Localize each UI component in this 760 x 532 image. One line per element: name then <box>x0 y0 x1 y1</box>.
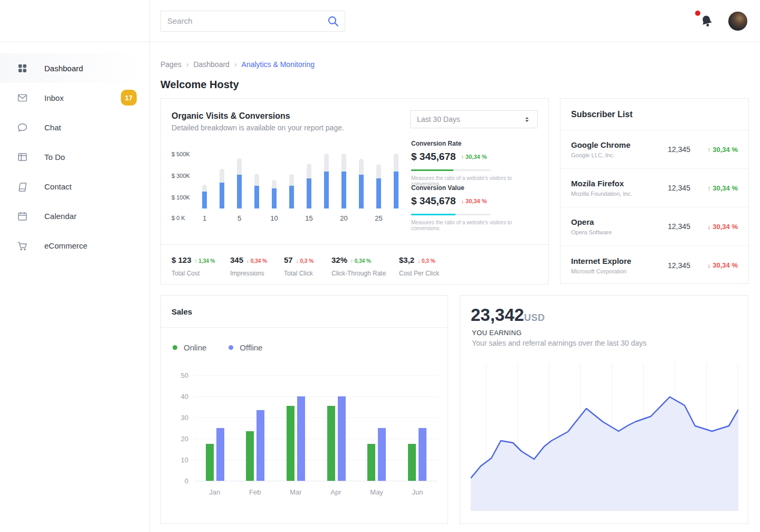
sales-x-tick: Feb <box>249 488 261 496</box>
calendar-icon <box>17 211 28 222</box>
sidebar-menu: DashboardInbox17ChatTo DoContactCalendar… <box>0 42 149 260</box>
breadcrumb-pages[interactable]: Pages <box>160 60 182 69</box>
conversion-value-label: Conversion Value <box>411 184 539 192</box>
organic-bar-fill <box>254 186 259 208</box>
book-icon <box>17 181 28 192</box>
sidebar-item-ecommerce[interactable]: eCommerce <box>0 231 149 260</box>
notification-bell-icon[interactable] <box>700 14 714 28</box>
inbox-badge: 17 <box>121 90 137 106</box>
sales-x-tick: May <box>370 488 383 496</box>
sales-baseline <box>195 481 438 481</box>
sales-y-tick: 30 <box>172 414 188 422</box>
date-range-select[interactable]: Last 30 Days <box>410 110 538 128</box>
sidebar-item-chat[interactable]: Chat <box>0 112 149 142</box>
organic-bar <box>237 158 242 208</box>
sales-bar-online <box>327 406 335 481</box>
subscriber-row[interactable]: OperaOpera Software12,345↓ 30,34 % <box>560 207 748 246</box>
sidebar-item-contact[interactable]: Contact <box>0 172 149 201</box>
breadcrumb-separator: › <box>234 60 237 69</box>
subscriber-info: OperaOpera Software <box>571 217 668 235</box>
subscriber-company: Mozilla Foundation, Inc. <box>571 191 668 197</box>
organic-plot <box>196 154 405 208</box>
stat-label: Click-Through Rate <box>331 270 399 277</box>
sales-x-tick: Jan <box>209 488 220 496</box>
sidebar-item-inbox[interactable]: Inbox17 <box>0 83 149 112</box>
stat-item: 345↓ 0,34 %Impressions <box>230 255 284 284</box>
stat-item: $3,2↓ 0,3 %Cost Per Click <box>399 255 439 284</box>
organic-x-tick <box>248 214 265 222</box>
organic-bar <box>289 174 294 208</box>
sidebar-item-to-do[interactable]: To Do <box>0 142 149 172</box>
conversion-rate-value: $ 345,678 <box>411 151 456 163</box>
subscriber-company: Google LLC, Inc. <box>571 152 668 158</box>
search-icon[interactable] <box>327 15 339 27</box>
organic-y-tick: $ 100K <box>172 194 190 201</box>
avatar[interactable] <box>728 12 747 31</box>
sales-y-tick: 40 <box>172 393 188 401</box>
sidebar-item-calendar[interactable]: Calendar <box>0 201 149 231</box>
search-input[interactable] <box>161 16 327 25</box>
legend-item-offline[interactable]: Offline <box>229 343 262 352</box>
organic-bar-cell <box>283 174 300 208</box>
organic-x-tick: 25 <box>370 214 387 222</box>
stats-row: $ 123↑ 1,34 %Total Cost345↓ 0,34 %Impres… <box>161 244 548 284</box>
sales-y-tick: 0 <box>172 477 188 485</box>
breadcrumb-analytics[interactable]: Analytics & Monitoring <box>242 60 315 69</box>
organic-x-tick <box>213 214 231 222</box>
organic-bar <box>220 169 224 208</box>
sidebar-item-label: Chat <box>44 123 61 132</box>
mail-icon <box>17 92 28 103</box>
stat-number: 32% <box>331 255 347 264</box>
organic-bar-fill <box>307 178 311 208</box>
organic-x-tick: 20 <box>335 214 353 222</box>
todo-icon <box>17 151 28 163</box>
organic-bar-cell <box>353 159 370 208</box>
organic-bar <box>394 154 398 208</box>
sales-group-jan <box>206 428 224 481</box>
organic-bar-fill <box>394 172 398 208</box>
sales-y-tick: 50 <box>172 372 188 379</box>
legend-label: Online <box>184 343 206 352</box>
subscriber-row[interactable]: Google ChromeGoogle LLC, Inc.12,345↑ 30,… <box>560 130 748 169</box>
subscriber-name: Mozila Firefox <box>571 179 668 188</box>
breadcrumb-separator: › <box>186 60 189 69</box>
stat-value: 32%↑ 0,34 % <box>331 255 399 264</box>
legend-dot <box>173 345 177 350</box>
sales-card: Sales OnlineOffline 50403020100JanFebMar… <box>160 295 448 524</box>
conversion-value-block: Conversion Value $ 345,678 ↓ 30,34 % Mea… <box>411 184 539 231</box>
stat-change: ↑ 0,34 % <box>350 258 371 264</box>
subscriber-company: Opera Software <box>571 229 668 235</box>
stat-value: 345↓ 0,34 % <box>230 255 284 264</box>
organic-y-tick: $ 500K <box>172 151 190 157</box>
organic-card-title: Organic Visits & Conversions <box>172 111 290 121</box>
organic-bar-cell <box>370 164 387 208</box>
breadcrumb: Pages › Dashboard › Analytics & Monitori… <box>160 60 315 69</box>
sidebar-item-label: eCommerce <box>44 241 88 250</box>
stat-change: ↓ 0,34 % <box>246 258 267 264</box>
subscriber-row[interactable]: Internet ExploreMicrosoft Corporation12,… <box>560 246 748 284</box>
stat-value: 57↓ 0,3 % <box>284 255 331 264</box>
stat-value: $3,2↓ 0,3 % <box>399 255 439 264</box>
sales-x-tick: Mar <box>290 488 301 496</box>
earnings-area-chart <box>471 363 738 511</box>
sidebar-item-label: Calendar <box>44 212 77 221</box>
organic-bar-fill <box>202 192 207 208</box>
sidebar-item-label: To Do <box>44 153 65 162</box>
organic-bar-fill <box>359 175 364 208</box>
subscriber-row[interactable]: Mozila FirefoxMozilla Foundation, Inc.12… <box>560 169 748 207</box>
sales-plot <box>195 375 438 481</box>
organic-bar <box>307 164 311 208</box>
earnings-subheading: Your sales and referral earnings over th… <box>472 339 647 347</box>
organic-x-axis: 1510152025 <box>196 214 405 222</box>
breadcrumb-dashboard[interactable]: Dashboard <box>193 60 230 69</box>
stat-number: 57 <box>284 255 293 264</box>
stat-change: ↓ 0,3 % <box>417 258 435 264</box>
legend-item-online[interactable]: Online <box>173 343 206 352</box>
organic-card-subtitle: Detailed breakdown is available on your … <box>172 124 344 132</box>
subscriber-value: 12,345 <box>668 261 690 270</box>
sidebar-item-dashboard[interactable]: Dashboard <box>0 53 149 83</box>
subscriber-name: Opera <box>571 217 668 226</box>
chat-icon <box>17 122 28 133</box>
organic-bar-cell <box>231 158 248 208</box>
subscriber-change: ↓ 30,34 % <box>699 261 738 269</box>
